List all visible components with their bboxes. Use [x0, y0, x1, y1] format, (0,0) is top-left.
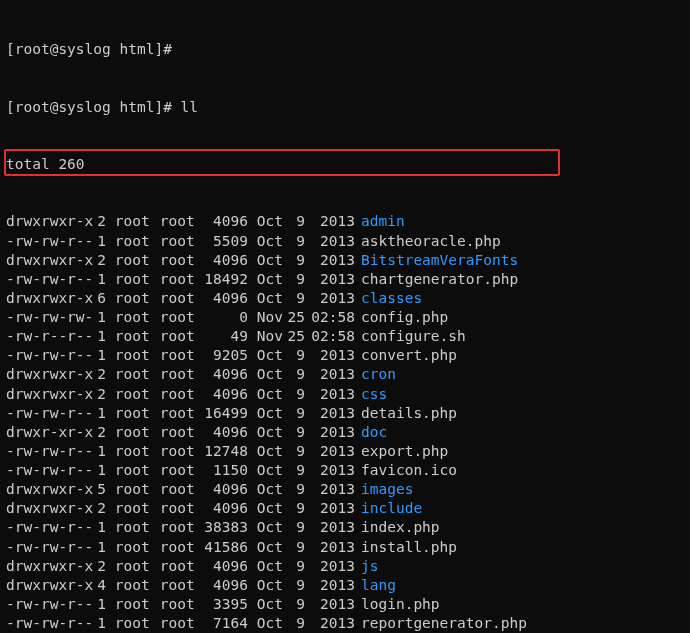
- owner-cell: root: [106, 480, 151, 499]
- day-cell: 9: [280, 251, 305, 270]
- size-cell: 4096: [196, 212, 248, 231]
- owner-cell: root: [106, 576, 151, 595]
- day-cell: 9: [280, 595, 305, 614]
- month-cell: Oct: [248, 346, 280, 365]
- file-listing: drwxrwxr-x2 root root4096 Oct92013admin-…: [6, 212, 684, 633]
- size-cell: 4096: [196, 385, 248, 404]
- owner-cell: root: [106, 614, 151, 633]
- links-cell: 2: [91, 251, 106, 270]
- links-cell: 2: [91, 365, 106, 384]
- links-cell: 2: [91, 423, 106, 442]
- perm-cell: -rw-rw-r--: [6, 270, 91, 289]
- group-cell: root: [151, 289, 196, 308]
- directory-name: lang: [355, 576, 396, 595]
- size-cell: 4096: [196, 423, 248, 442]
- perm-cell: -rw-rw-r--: [6, 538, 91, 557]
- group-cell: root: [151, 346, 196, 365]
- prompt-text-cut: [root@syslog html]#: [6, 41, 172, 57]
- directory-name: cron: [355, 365, 396, 384]
- group-cell: root: [151, 308, 196, 327]
- group-cell: root: [151, 442, 196, 461]
- file-name: reportgenerator.php: [355, 614, 527, 633]
- directory-name: include: [355, 499, 422, 518]
- time-cell: 2013: [305, 518, 355, 537]
- command-text: ll: [181, 99, 198, 115]
- perm-cell: -rw-rw-r--: [6, 614, 91, 633]
- group-cell: root: [151, 480, 196, 499]
- size-cell: 18492: [196, 270, 248, 289]
- group-cell: root: [151, 423, 196, 442]
- perm-cell: -rw-rw-r--: [6, 404, 91, 423]
- perm-cell: drwxrwxr-x: [6, 385, 91, 404]
- size-cell: 12748: [196, 442, 248, 461]
- day-cell: 9: [280, 212, 305, 231]
- perm-cell: drwxrwxr-x: [6, 365, 91, 384]
- day-cell: 9: [280, 270, 305, 289]
- time-cell: 2013: [305, 557, 355, 576]
- day-cell: 9: [280, 557, 305, 576]
- owner-cell: root: [106, 365, 151, 384]
- month-cell: Oct: [248, 385, 280, 404]
- perm-cell: drwxrwxr-x: [6, 289, 91, 308]
- perm-cell: drwxrwxr-x: [6, 557, 91, 576]
- size-cell: 4096: [196, 499, 248, 518]
- directory-name: images: [355, 480, 413, 499]
- day-cell: 9: [280, 480, 305, 499]
- group-cell: root: [151, 327, 196, 346]
- file-row: drwxrwxr-x2 root root4096 Oct92013cron: [6, 365, 684, 384]
- day-cell: 25: [280, 327, 305, 346]
- file-row: -rw-rw-r--1 root root5509 Oct92013askthe…: [6, 232, 684, 251]
- month-cell: Oct: [248, 461, 280, 480]
- file-row: drwxrwxr-x2 root root4096 Oct92013includ…: [6, 499, 684, 518]
- file-row: drwxr-xr-x2 root root4096 Oct92013doc: [6, 423, 684, 442]
- owner-cell: root: [106, 385, 151, 404]
- group-cell: root: [151, 614, 196, 633]
- size-cell: 7164: [196, 614, 248, 633]
- links-cell: 1: [91, 614, 106, 633]
- file-row: drwxrwxr-x2 root root4096 Oct92013admin: [6, 212, 684, 231]
- group-cell: root: [151, 538, 196, 557]
- links-cell: 1: [91, 232, 106, 251]
- perm-cell: drwxrwxr-x: [6, 212, 91, 231]
- links-cell: 1: [91, 518, 106, 537]
- perm-cell: -rw-rw-r--: [6, 232, 91, 251]
- group-cell: root: [151, 499, 196, 518]
- owner-cell: root: [106, 538, 151, 557]
- owner-cell: root: [106, 289, 151, 308]
- group-cell: root: [151, 576, 196, 595]
- time-cell: 2013: [305, 270, 355, 289]
- owner-cell: root: [106, 499, 151, 518]
- file-row: -rw-r--r--1 root root49 Nov2502:58config…: [6, 327, 684, 346]
- month-cell: Oct: [248, 538, 280, 557]
- group-cell: root: [151, 595, 196, 614]
- size-cell: 3395: [196, 595, 248, 614]
- links-cell: 1: [91, 327, 106, 346]
- day-cell: 9: [280, 442, 305, 461]
- file-row: -rw-rw-r--1 root root9205 Oct92013conver…: [6, 346, 684, 365]
- file-row: -rw-rw-r--1 root root38383 Oct92013index…: [6, 518, 684, 537]
- month-cell: Oct: [248, 557, 280, 576]
- links-cell: 1: [91, 404, 106, 423]
- size-cell: 5509: [196, 232, 248, 251]
- day-cell: 9: [280, 538, 305, 557]
- owner-cell: root: [106, 442, 151, 461]
- file-name: login.php: [355, 595, 440, 614]
- month-cell: Oct: [248, 576, 280, 595]
- file-row: -rw-rw-rw-1 root root0 Nov2502:58config.…: [6, 308, 684, 327]
- links-cell: 1: [91, 270, 106, 289]
- terminal-viewport[interactable]: [root@syslog html]# [root@syslog html]# …: [0, 0, 690, 633]
- day-cell: 9: [280, 289, 305, 308]
- size-cell: 4096: [196, 365, 248, 384]
- links-cell: 2: [91, 499, 106, 518]
- size-cell: 4096: [196, 289, 248, 308]
- day-cell: 9: [280, 499, 305, 518]
- links-cell: 2: [91, 385, 106, 404]
- perm-cell: -rw-rw-r--: [6, 461, 91, 480]
- size-cell: 0: [196, 308, 248, 327]
- day-cell: 9: [280, 518, 305, 537]
- month-cell: Nov: [248, 308, 280, 327]
- links-cell: 1: [91, 442, 106, 461]
- time-cell: 2013: [305, 480, 355, 499]
- links-cell: 2: [91, 557, 106, 576]
- day-cell: 9: [280, 232, 305, 251]
